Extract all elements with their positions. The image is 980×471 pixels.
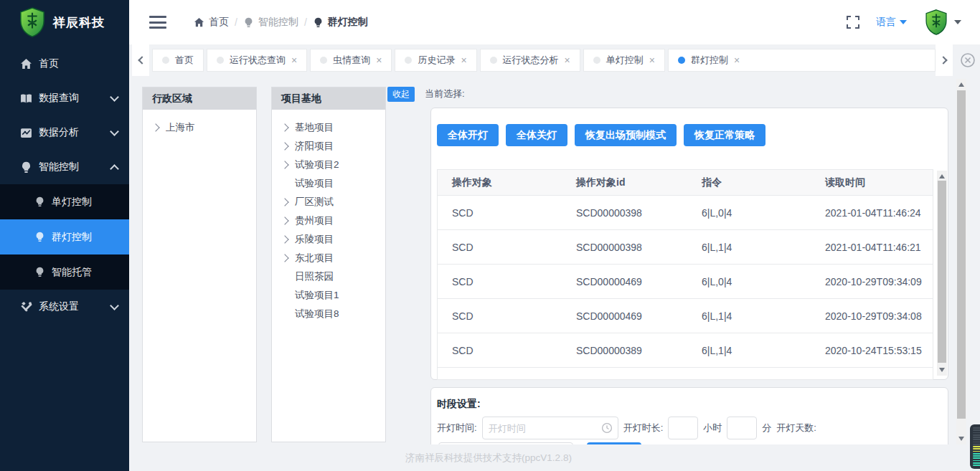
on-time-input[interactable] bbox=[482, 417, 618, 439]
table-row[interactable]: SCD SCD00000398 6|L,0|4 2021-01-04T11:46… bbox=[438, 195, 933, 229]
bulb-icon bbox=[20, 161, 32, 173]
breadcrumb-smart-control[interactable]: 智能控制 bbox=[243, 16, 298, 29]
sidebar-item-label: 群灯控制 bbox=[52, 231, 92, 244]
breadcrumb-group-lamp-control: 群灯控制 bbox=[313, 16, 368, 29]
tree-item-jiyang[interactable]: 济阳项目 bbox=[272, 137, 385, 156]
cell-read-time: 2020-10-24T15:53:15 bbox=[811, 345, 933, 356]
tab-run-status-query[interactable]: 运行状态查询 × bbox=[207, 49, 307, 72]
tab-run-status-analysis[interactable]: 运行状态分析 × bbox=[480, 49, 580, 72]
collapse-panel-button[interactable]: 收起 bbox=[387, 87, 415, 102]
tab-group-lamp-control[interactable]: 群灯控制 × bbox=[668, 49, 750, 72]
brand-logo: 祥辰科技 bbox=[0, 0, 129, 44]
scrollbar-thumb[interactable] bbox=[957, 90, 966, 419]
tree-item-northeast[interactable]: 东北项目 bbox=[272, 249, 385, 267]
tree-item-rizhao-tea[interactable]: 日照茶园 bbox=[272, 267, 385, 286]
content-scrollbar[interactable] bbox=[956, 79, 966, 444]
tab-single-lamp-control[interactable]: 单灯控制 × bbox=[583, 49, 665, 72]
restore-factory-mode-button[interactable]: 恢复出场预制模式 bbox=[575, 124, 677, 146]
avatar[interactable] bbox=[924, 9, 948, 35]
language-dropdown[interactable]: 语言 bbox=[876, 16, 907, 29]
page-footer: 济南祥辰科技提供技术支持(ppcV1.2.8) bbox=[129, 444, 980, 471]
table-row-partial bbox=[438, 367, 933, 379]
tree-item-label: 基地项目 bbox=[295, 121, 334, 134]
restore-normal-strategy-button[interactable]: 恢复正常策略 bbox=[684, 124, 765, 146]
tree-item-label: 乐陵项目 bbox=[295, 233, 334, 246]
tree-item-label: 试验项目 bbox=[295, 177, 334, 190]
breadcrumb-label: 首页 bbox=[209, 16, 229, 29]
sidebar-item-system-settings[interactable]: 系统设置 bbox=[0, 290, 129, 324]
sidebar-item-smart-control[interactable]: 智能控制 bbox=[0, 150, 129, 184]
schedule-title: 时段设置: bbox=[437, 398, 481, 411]
cell-target: SCD bbox=[438, 276, 562, 287]
close-icon[interactable]: × bbox=[376, 55, 382, 65]
chevron-right-icon bbox=[281, 123, 288, 131]
scroll-down-icon[interactable] bbox=[939, 368, 945, 372]
tree-item-test2[interactable]: 试验项目2 bbox=[272, 156, 385, 174]
table-row[interactable]: SCD SCD00000469 6|L,0|4 2020-10-29T09:34… bbox=[438, 264, 933, 298]
sidebar-item-label: 单灯控制 bbox=[52, 196, 92, 209]
close-icon[interactable]: × bbox=[734, 55, 740, 65]
chevron-right-icon bbox=[281, 161, 288, 168]
scroll-down-icon[interactable] bbox=[958, 437, 964, 441]
sidebar-item-data-query[interactable]: 数据查询 bbox=[0, 81, 129, 115]
tree-item-label: 试验项目8 bbox=[295, 308, 339, 320]
tree-item-test[interactable]: 试验项目 bbox=[272, 174, 385, 193]
tree-item-leling[interactable]: 乐陵项目 bbox=[272, 230, 385, 249]
tree-item-test8[interactable]: 试验项目8 bbox=[272, 305, 385, 323]
bulb-icon bbox=[313, 17, 324, 28]
tree-item-label: 厂区测试 bbox=[295, 196, 334, 209]
close-icon[interactable]: × bbox=[291, 55, 297, 65]
table-row[interactable]: SCD SCD00000469 6|L,1|4 2020-10-29T09:34… bbox=[438, 298, 933, 333]
sidebar-item-smart-hosting[interactable]: 智能托管 bbox=[0, 254, 129, 290]
shield-logo-icon bbox=[19, 7, 46, 37]
sidebar-item-data-analysis[interactable]: 数据分析 bbox=[0, 115, 129, 150]
tree-item-factory-test[interactable]: 厂区测试 bbox=[272, 193, 385, 211]
column-header: 操作对象 bbox=[438, 176, 562, 189]
sidebar-item-home[interactable]: 首页 bbox=[0, 47, 129, 81]
tree-item-label: 日照茶园 bbox=[295, 270, 334, 283]
all-on-button[interactable]: 全体开灯 bbox=[437, 124, 499, 146]
cell-target-id: SCD00000389 bbox=[562, 345, 687, 356]
scroll-up-icon[interactable] bbox=[939, 174, 945, 179]
region-tree: 上海市 bbox=[143, 110, 256, 137]
scroll-up-icon[interactable] bbox=[958, 82, 964, 87]
tree-item-shanghai[interactable]: 上海市 bbox=[143, 118, 256, 137]
schedule-extra-input[interactable] bbox=[438, 442, 573, 444]
tree-item-base-project[interactable]: 基地项目 bbox=[272, 118, 385, 137]
tabs-scroll-left-button[interactable] bbox=[132, 44, 149, 76]
sidebar-item-label: 智能托管 bbox=[52, 266, 92, 279]
table-scrollbar[interactable] bbox=[937, 171, 947, 376]
all-off-button[interactable]: 全体关灯 bbox=[506, 124, 567, 146]
close-icon[interactable]: × bbox=[461, 55, 466, 65]
chevron-down-icon bbox=[110, 92, 119, 102]
level-meter-widget[interactable] bbox=[970, 424, 980, 469]
close-all-tabs-icon[interactable] bbox=[958, 51, 977, 70]
sidebar-item-single-lamp-control[interactable]: 单灯控制 bbox=[0, 184, 129, 219]
duration-hours-input[interactable] bbox=[668, 417, 698, 439]
hour-unit-label: 小时 bbox=[703, 422, 722, 434]
table-row[interactable]: SCD SCD00000389 6|L,1|4 2020-10-24T15:53… bbox=[438, 333, 933, 367]
chevron-right-icon bbox=[281, 217, 288, 224]
avatar-caret-icon[interactable] bbox=[954, 20, 961, 24]
tree-item-guizhou[interactable]: 贵州项目 bbox=[272, 211, 385, 230]
tabs-scroll-right-button[interactable] bbox=[936, 44, 953, 76]
tree-item-test1[interactable]: 试验项目1 bbox=[272, 286, 385, 305]
cell-target-id: SCD00000469 bbox=[562, 276, 687, 287]
tab-home[interactable]: 首页 bbox=[152, 49, 204, 72]
table-row[interactable]: SCD SCD00000398 6|L,1|4 2021-01-04T11:46… bbox=[438, 229, 933, 264]
tab-history[interactable]: 历史记录 × bbox=[395, 49, 476, 72]
language-label: 语言 bbox=[876, 16, 896, 29]
duration-minutes-input[interactable] bbox=[727, 417, 757, 439]
close-icon[interactable]: × bbox=[649, 55, 655, 65]
tab-insect-query[interactable]: 虫情查询 × bbox=[310, 49, 392, 72]
tab-dot-icon bbox=[678, 57, 685, 64]
close-icon[interactable]: × bbox=[565, 55, 570, 65]
breadcrumb-home[interactable]: 首页 bbox=[194, 16, 229, 29]
scrollbar-thumb[interactable] bbox=[938, 181, 946, 363]
fullscreen-icon[interactable] bbox=[846, 15, 860, 29]
hamburger-menu-icon[interactable] bbox=[149, 16, 166, 29]
tree-item-label: 贵州项目 bbox=[295, 214, 334, 227]
sidebar-item-group-lamp-control[interactable]: 群灯控制 bbox=[0, 219, 129, 254]
schedule-submit-button[interactable] bbox=[587, 442, 641, 444]
home-icon bbox=[20, 58, 32, 70]
